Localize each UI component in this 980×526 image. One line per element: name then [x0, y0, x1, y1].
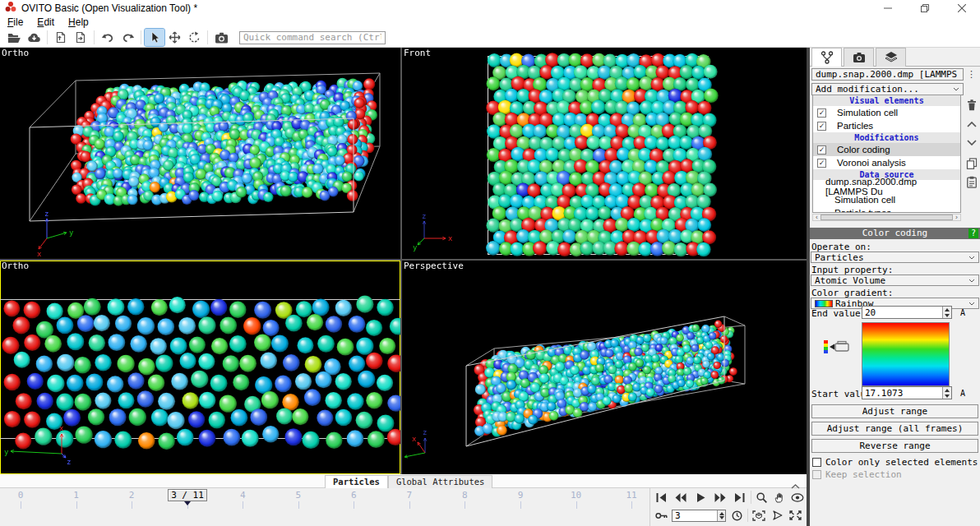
adjust-range-all-frames-button[interactable]: Adjust range (all frames)	[811, 422, 978, 436]
pan-mode-icon[interactable]	[771, 489, 789, 505]
viewport-label[interactable]: Perspective	[404, 261, 464, 271]
animation-settings-key-icon[interactable]	[652, 507, 670, 524]
help-button[interactable]: ?	[968, 228, 978, 238]
pipeline-item[interactable]: Particle types	[813, 206, 960, 213]
checkbox[interactable]: ✓	[817, 122, 826, 131]
quick-command-search-input[interactable]	[239, 31, 386, 44]
viewport-canvas-tr[interactable]	[402, 48, 807, 259]
next-frame-button[interactable]	[710, 489, 730, 505]
zoom-scene-extents-icon[interactable]	[750, 507, 768, 524]
rotate-mode-icon[interactable]	[184, 29, 204, 46]
viewport-ortho-top[interactable]: Ortho	[0, 48, 400, 259]
spin-down-icon[interactable]	[943, 393, 951, 399]
current-frame-input[interactable]	[673, 510, 717, 521]
spin-up-icon[interactable]	[943, 387, 951, 393]
start-animate-button[interactable]: A	[960, 389, 965, 398]
restore-button[interactable]	[906, 0, 943, 16]
pipeline-menu-button[interactable]: ⋮	[965, 68, 978, 81]
chevron-down-icon	[968, 302, 975, 306]
end-value-spinbox[interactable]	[862, 306, 952, 319]
adjust-range-button[interactable]: Adjust range	[811, 404, 978, 418]
zoom-mode-icon[interactable]	[753, 489, 771, 505]
pipeline-item[interactable]: ✓Voronoi analysis	[813, 156, 960, 169]
pipeline-item[interactable]: ✓Simulation cell	[813, 106, 960, 119]
select-mode-icon[interactable]	[145, 29, 164, 46]
spin-down-icon[interactable]	[943, 312, 951, 318]
pipeline-item[interactable]: dump.snap.2000.dmp [LAMMPS Du	[813, 180, 960, 193]
viewport-perspective[interactable]: Perspective	[402, 261, 807, 474]
move-mode-icon[interactable]	[164, 29, 184, 46]
tab-render[interactable]	[844, 48, 874, 67]
viewport-canvas-tl[interactable]	[0, 48, 400, 259]
redo-icon[interactable]	[118, 29, 137, 46]
timeline-slider-handle[interactable]: 3 / 11	[168, 489, 207, 501]
color-only-selected-checkbox[interactable]: Color only selected elements	[812, 457, 978, 468]
open-file-icon[interactable]	[4, 29, 24, 46]
delete-modifier-button[interactable]	[964, 97, 979, 112]
checkbox[interactable]: ✓	[817, 145, 826, 155]
undo-icon[interactable]	[98, 29, 118, 46]
export-color-map-button[interactable]	[823, 337, 853, 357]
move-modifier-up-button[interactable]	[964, 117, 979, 132]
window-title: OVITO Basic (Open Visualization Tool) *	[21, 2, 197, 14]
previous-frame-button[interactable]	[672, 489, 691, 505]
first-frame-button[interactable]	[652, 489, 672, 505]
viewport-label[interactable]: Ortho	[2, 261, 29, 271]
viewport-front[interactable]: Front	[402, 48, 807, 259]
clone-pipeline-icon[interactable]	[71, 29, 90, 46]
timeline-tick-mark	[520, 501, 521, 509]
start-value-spinbox[interactable]	[862, 386, 952, 399]
timeline-tick-label: 11	[626, 490, 636, 501]
minimize-button[interactable]	[869, 0, 906, 16]
import-remote-icon[interactable]	[24, 29, 44, 46]
viewport-label[interactable]: Ortho	[2, 48, 29, 58]
close-button[interactable]	[943, 0, 980, 16]
end-value-input[interactable]	[862, 307, 942, 318]
pipeline-section-header: Visual elements	[813, 95, 960, 106]
frame-spin-buttons[interactable]	[717, 510, 725, 521]
checkbox[interactable]: ✓	[817, 108, 826, 118]
orbit-mode-icon[interactable]	[788, 489, 807, 505]
end-animate-button[interactable]: A	[960, 308, 965, 317]
move-modifier-down-button[interactable]	[964, 135, 979, 150]
play-button[interactable]	[691, 489, 710, 505]
pipeline-list-scrollbar[interactable]: ‹ ›	[812, 214, 961, 221]
scroll-right-icon[interactable]: ›	[953, 215, 960, 220]
checkbox[interactable]: ✓	[817, 159, 826, 168]
viewport-label[interactable]: Front	[404, 48, 431, 58]
animation-settings-clock-icon[interactable]	[728, 507, 746, 524]
tab-pipeline[interactable]	[811, 48, 842, 67]
render-camera-icon[interactable]	[211, 29, 231, 46]
pipeline-selector-dropdown[interactable]: dump.snap.2000.dmp [LAMMPS Dump]	[811, 68, 964, 81]
scrollbar-thumb[interactable]	[821, 215, 953, 220]
timeline-ruler[interactable]: 3 / 11 01234567891011	[0, 488, 649, 511]
pipeline-item[interactable]: ✓Color coding	[813, 143, 960, 156]
viewport-ortho-bottom[interactable]: Ortho	[0, 261, 400, 474]
tab-particles[interactable]: Particles	[325, 475, 388, 488]
pipeline-item[interactable]: ✓Particles	[813, 119, 960, 132]
copy-pipeline-icon[interactable]	[964, 156, 979, 171]
maximize-viewport-icon[interactable]	[786, 507, 804, 524]
input-property-dropdown[interactable]: Atomic Volume	[811, 275, 979, 286]
scroll-left-icon[interactable]: ‹	[813, 215, 821, 220]
add-modification-dropdown[interactable]: Add modification...	[811, 83, 964, 95]
start-value-input[interactable]	[862, 387, 942, 399]
menu-help[interactable]: Help	[68, 16, 89, 28]
paste-clipboard-icon[interactable]	[964, 174, 979, 189]
color-coding-header[interactable]: Color coding ?	[810, 228, 980, 239]
viewport-canvas-br[interactable]	[402, 261, 807, 474]
timeline-tick-label: 0	[18, 490, 24, 501]
new-pipeline-icon[interactable]	[51, 29, 71, 46]
tab-overlays[interactable]	[876, 48, 906, 67]
current-frame-spinbox[interactable]	[672, 510, 726, 522]
checkbox[interactable]	[812, 458, 821, 467]
render-active-viewport-icon[interactable]	[768, 507, 786, 524]
reverse-range-button[interactable]: Reverse range	[811, 439, 978, 453]
menu-edit[interactable]: Edit	[37, 16, 54, 28]
viewport-canvas-bl[interactable]	[0, 261, 400, 474]
spin-up-icon[interactable]	[943, 307, 951, 312]
tab-global-attributes[interactable]: Global Attributes	[388, 475, 492, 488]
last-frame-button[interactable]	[729, 489, 749, 505]
operate-on-dropdown[interactable]: Particles	[811, 251, 979, 263]
menu-file[interactable]: File	[7, 16, 23, 28]
